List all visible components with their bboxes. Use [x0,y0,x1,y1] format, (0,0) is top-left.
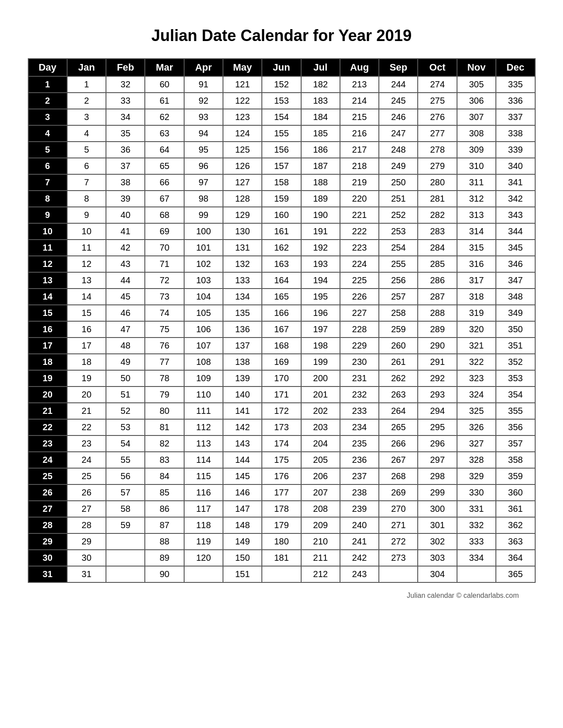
cell-dec-row-11: 345 [496,240,535,256]
cell-feb-row-16: 47 [106,321,145,338]
cell-day-row-9: 9 [28,207,67,223]
cell-oct-row-16: 289 [418,321,457,338]
cell-oct-row-12: 285 [418,256,457,272]
cell-feb-row-29 [106,533,145,550]
cell-dec-row-8: 342 [496,191,535,207]
cell-sep-row-28: 271 [379,517,418,533]
cell-feb-row-11: 42 [106,240,145,256]
cell-oct-row-3: 276 [418,109,457,125]
table-row: 18184977108138169199230261291322352 [28,354,535,370]
cell-jun-row-14: 165 [262,289,301,305]
cell-dec-row-21: 355 [496,403,535,419]
cell-mar-row-12: 71 [145,256,184,272]
cell-jul-row-13: 194 [301,272,340,289]
cell-oct-row-26: 299 [418,484,457,501]
cell-feb-row-10: 41 [106,223,145,240]
cell-apr-row-30: 120 [184,550,223,566]
cell-jan-row-31: 31 [67,566,106,582]
cell-nov-row-10: 314 [457,223,496,240]
cell-jan-row-7: 7 [67,174,106,191]
cell-jul-row-1: 182 [301,76,340,93]
table-row: 55366495125156186217248278309339 [28,142,535,158]
cell-jul-row-8: 189 [301,191,340,207]
cell-day-row-16: 16 [28,321,67,338]
cell-aug-row-13: 225 [340,272,379,289]
cell-jan-row-3: 3 [67,109,106,125]
cell-sep-row-30: 273 [379,550,418,566]
cell-dec-row-28: 362 [496,517,535,533]
cell-aug-row-25: 237 [340,468,379,484]
cell-aug-row-11: 223 [340,240,379,256]
cell-mar-row-2: 61 [145,93,184,109]
cell-apr-row-8: 98 [184,191,223,207]
cell-apr-row-5: 95 [184,142,223,158]
cell-apr-row-10: 100 [184,223,223,240]
cell-jan-row-16: 16 [67,321,106,338]
cell-dec-row-29: 363 [496,533,535,550]
cell-dec-row-14: 348 [496,289,535,305]
cell-feb-row-14: 45 [106,289,145,305]
cell-apr-row-3: 93 [184,109,223,125]
cell-feb-row-17: 48 [106,338,145,354]
cell-may-row-16: 136 [223,321,262,338]
cell-oct-row-29: 302 [418,533,457,550]
cell-day-row-1: 1 [28,76,67,93]
cell-aug-row-14: 226 [340,289,379,305]
cell-jun-row-17: 168 [262,338,301,354]
cell-dec-row-3: 337 [496,109,535,125]
cell-sep-row-18: 261 [379,354,418,370]
cell-may-row-21: 141 [223,403,262,419]
cell-may-row-20: 140 [223,387,262,403]
cell-dec-row-15: 349 [496,305,535,321]
cell-sep-row-15: 258 [379,305,418,321]
cell-feb-row-7: 38 [106,174,145,191]
cell-feb-row-30 [106,550,145,566]
cell-jan-row-29: 29 [67,533,106,550]
cell-day-row-18: 18 [28,354,67,370]
cell-apr-row-9: 99 [184,207,223,223]
cell-aug-row-26: 238 [340,484,379,501]
cell-sep-row-24: 267 [379,452,418,468]
cell-sep-row-1: 244 [379,76,418,93]
column-header-apr: Apr [184,59,223,76]
cell-apr-row-18: 108 [184,354,223,370]
cell-jun-row-2: 153 [262,93,301,109]
table-row: 88396798128159189220251281312342 [28,191,535,207]
cell-aug-row-21: 233 [340,403,379,419]
cell-jul-row-6: 187 [301,158,340,174]
cell-apr-row-4: 94 [184,125,223,142]
cell-may-row-11: 131 [223,240,262,256]
cell-day-row-6: 6 [28,158,67,174]
cell-aug-row-31: 243 [340,566,379,582]
column-header-feb: Feb [106,59,145,76]
cell-day-row-3: 3 [28,109,67,125]
cell-jun-row-29: 180 [262,533,301,550]
cell-jul-row-9: 190 [301,207,340,223]
cell-jun-row-22: 173 [262,419,301,435]
cell-nov-row-6: 310 [457,158,496,174]
cell-may-row-15: 135 [223,305,262,321]
cell-jun-row-31 [262,566,301,582]
cell-aug-row-27: 239 [340,501,379,517]
cell-feb-row-23: 54 [106,435,145,452]
cell-dec-row-12: 346 [496,256,535,272]
cell-dec-row-18: 352 [496,354,535,370]
cell-oct-row-7: 280 [418,174,457,191]
cell-jul-row-26: 207 [301,484,340,501]
cell-mar-row-11: 70 [145,240,184,256]
cell-nov-row-26: 330 [457,484,496,501]
cell-aug-row-17: 229 [340,338,379,354]
cell-aug-row-9: 221 [340,207,379,223]
cell-sep-row-14: 257 [379,289,418,305]
cell-nov-row-4: 308 [457,125,496,142]
cell-day-row-13: 13 [28,272,67,289]
cell-jan-row-25: 25 [67,468,106,484]
cell-aug-row-2: 214 [340,93,379,109]
cell-dec-row-9: 343 [496,207,535,223]
cell-dec-row-2: 336 [496,93,535,109]
table-row: 22336192122153183214245275306336 [28,93,535,109]
cell-jun-row-28: 179 [262,517,301,533]
cell-may-row-19: 139 [223,370,262,387]
cell-nov-row-25: 329 [457,468,496,484]
table-row: 25255684115145176206237268298329359 [28,468,535,484]
